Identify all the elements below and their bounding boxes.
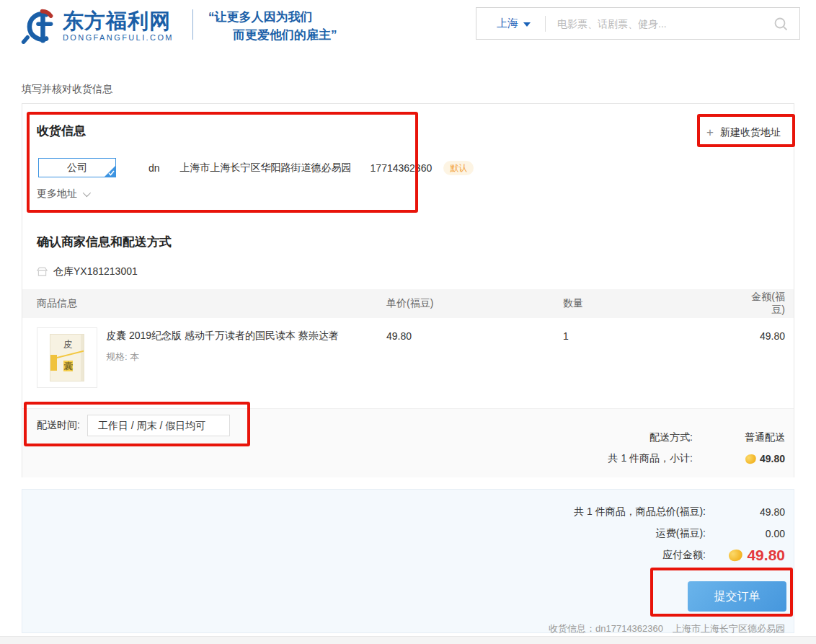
brand-tagline: “让更多人因为我们 而更爱他们的雇主” <box>208 8 337 44</box>
order-table-header: 商品信息 单价(福豆) 数量 金额(福豆) <box>22 289 794 318</box>
footer-strip <box>0 636 816 644</box>
delivery-method-value: 普通配送 <box>693 431 785 444</box>
warehouse-label: 仓库YX181213001 <box>53 265 138 278</box>
caret-down-icon <box>523 22 531 27</box>
delivery-time-label: 配送时间: <box>37 419 80 432</box>
bean-icon <box>727 547 744 563</box>
unit-price-value: 49.80 <box>386 327 563 342</box>
new-address-button[interactable]: + 新建收货地址 <box>706 126 781 139</box>
logo-mark-icon <box>20 8 56 44</box>
page-title: 填写并核对收货信息 <box>22 83 112 96</box>
search-icon[interactable] <box>773 17 788 31</box>
address-text: 上海市上海长宁区华阳路街道德必易园 <box>180 162 352 175</box>
address-row: 公司 dn 上海市上海长宁区华阳路街道德必易园 17714362360 默认 <box>38 158 474 177</box>
default-badge: 默认 <box>443 161 474 175</box>
city-selector-label: 上海 <box>497 17 518 30</box>
brand-domain: DONGFANGFULI.COM <box>63 33 174 42</box>
delivery-method-label: 配送方式: <box>462 431 693 444</box>
header-divider <box>192 9 193 40</box>
product-image: 皮 囊 <box>37 327 97 388</box>
address-tag-label: 公司 <box>67 162 87 173</box>
col-unit-price: 单价(福豆) <box>386 297 563 310</box>
more-addresses-label: 更多地址 <box>37 188 77 200</box>
col-product: 商品信息 <box>37 297 386 310</box>
payable-row: 应付金额: 49.80 <box>403 547 785 564</box>
recipient-name: dn <box>148 162 160 174</box>
order-card: 收货信息 + 新建收货地址 公司 dn 上海市上海长宁区华阳路街道德必易园 17… <box>22 103 794 477</box>
payable-value: 49.80 <box>747 547 785 564</box>
search-input[interactable] <box>557 18 773 30</box>
submit-order-button[interactable]: 提交订单 <box>688 581 786 612</box>
plus-icon: + <box>706 128 714 138</box>
warehouse-icon <box>37 267 48 277</box>
product-spec: 规格: 本 <box>106 350 339 363</box>
delivery-block: 配送时间: 工作日 / 周末 / 假日均可 配送方式: 普通配送 共 1 件商品… <box>22 408 794 477</box>
delivery-time-select[interactable]: 工作日 / 周末 / 假日均可 <box>87 415 230 436</box>
chevron-down-icon <box>83 189 91 197</box>
address-tag-company[interactable]: 公司 <box>38 158 116 177</box>
search-bar: 上海 <box>476 7 800 40</box>
bean-icon <box>744 453 757 465</box>
new-address-label: 新建收货地址 <box>720 126 781 139</box>
site-logo[interactable]: 东方福利网 DONGFANGFULI.COM <box>20 8 174 44</box>
table-row: 皮 囊 皮囊 2019纪念版 感动千万读者的国民读本 蔡崇达著 规格: 本 49… <box>22 327 794 388</box>
summary-panel: 共 1 件商品，商品总价(福豆): 49.80 运费(福豆): 0.00 应付金… <box>22 489 794 633</box>
brand-name: 东方福利网 <box>63 9 174 32</box>
footer-address-info: 收货信息：dn17714362360 上海市上海长宁区德必易园 <box>549 622 785 635</box>
payable-label: 应付金额: <box>403 549 706 562</box>
amount-value: 49.80 <box>743 327 785 342</box>
product-name[interactable]: 皮囊 2019纪念版 感动千万读者的国民读本 蔡崇达著 <box>106 330 339 343</box>
shipping-row: 运费(福豆): 0.00 <box>403 527 785 540</box>
section-title-merchant: 确认商家信息和配送方式 <box>37 234 172 250</box>
col-quantity: 数量 <box>563 297 743 310</box>
header: 东方福利网 DONGFANGFULI.COM “让更多人因为我们 而更爱他们的雇… <box>0 0 816 52</box>
search-divider <box>545 16 546 32</box>
phone-number: 17714362360 <box>371 162 433 174</box>
section-title-address: 收货信息 <box>37 123 86 139</box>
city-selector[interactable]: 上海 <box>497 17 531 30</box>
subtotal-label: 共 1 件商品，小计: <box>462 452 693 465</box>
shipping-value: 0.00 <box>706 528 785 539</box>
warehouse-row: 仓库YX181213001 <box>37 265 138 278</box>
book-label-strip <box>50 355 57 371</box>
col-amount: 金额(福豆) <box>743 291 785 317</box>
total-value: 49.80 <box>706 506 785 518</box>
total-row: 共 1 件商品，商品总价(福豆): 49.80 <box>403 506 785 519</box>
subtotal-value: 49.80 <box>760 453 785 464</box>
book-cover: 皮 囊 <box>50 334 84 381</box>
quantity-value: 1 <box>563 327 743 342</box>
check-icon <box>108 170 115 176</box>
more-addresses-link[interactable]: 更多地址 <box>37 188 89 200</box>
